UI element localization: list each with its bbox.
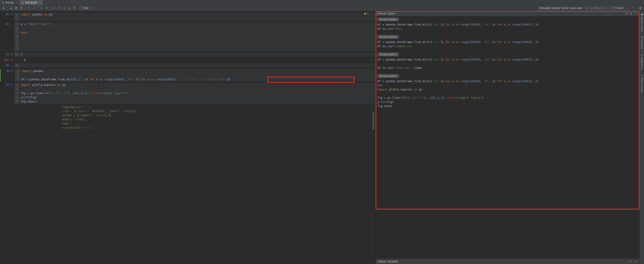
code-content[interactable]: import pandas as pd: [19, 13, 375, 21]
warning-icon: [364, 12, 366, 15]
code-cell[interactable]: In _ 1: [0, 64, 375, 68]
code-cell[interactable]: In 2 12345 import plotly.express as px f…: [0, 83, 375, 104]
tab-test-py[interactable]: test.py ×: [0, 0, 20, 5]
copilot-solution: Accept solution df = pandas.DataFrame.fr…: [376, 16, 640, 34]
settings-button[interactable]: [629, 11, 634, 16]
jupyter-variables-panel-header[interactable]: Jupyter Variables: [376, 258, 640, 264]
output-content: 'legendgroup': '', 'line': {'color': '#6…: [19, 105, 375, 130]
accept-solution-button[interactable]: Accept solution: [378, 35, 399, 39]
cell-prompt: In 1: [1, 69, 15, 82]
line-gutter: 1: [14, 53, 19, 57]
side-tab-github-copilot[interactable]: GitHub Copilot: [640, 12, 643, 33]
move-down-button[interactable]: [32, 6, 36, 10]
copilot-solution: Accept solution df = pandas.DataFrame.fr…: [376, 51, 640, 73]
svg-point-17: [641, 14, 642, 16]
globe-icon[interactable]: [638, 6, 642, 10]
jupyter-variables-title: Jupyter Variables: [378, 260, 398, 263]
svg-rect-7: [20, 7, 22, 9]
fold-marker-icon[interactable]: ⊖: [16, 35, 18, 39]
refresh-button[interactable]: [624, 11, 629, 16]
side-tab-github-copilot-2[interactable]: GitHub Copilot: [640, 73, 643, 94]
svg-point-1: [3, 3, 4, 4]
restart-button[interactable]: [57, 6, 62, 10]
cell-prompt: In _: [0, 64, 14, 68]
svg-point-16: [630, 261, 631, 262]
close-icon[interactable]: ×: [16, 1, 18, 4]
kernel-dropdown[interactable]: Python 3: [588, 6, 608, 10]
paste-button[interactable]: [19, 6, 24, 10]
copilot-solution: Accept solution df = pandas.DataFrame.fr…: [376, 73, 640, 111]
solution-code: df = pandas.DataFrame.from_dict({'a': [x…: [378, 40, 638, 48]
close-icon[interactable]: ×: [396, 12, 398, 15]
cut-button[interactable]: [9, 6, 14, 10]
accept-solution-button[interactable]: Accept solution: [378, 74, 399, 78]
code-cell[interactable]: In 2 1 0: [0, 53, 375, 57]
solution-code: df = pandas.DataFrame.from_dict({'a': [x…: [378, 58, 638, 70]
code-cell[interactable]: In 1 12 import pandas as pd: [0, 13, 375, 21]
minimize-button[interactable]: [634, 11, 638, 16]
solution-code: df = pandas.DataFrame.from_dict({'a': [x…: [378, 79, 638, 108]
jupyter-server-dropdown[interactable]: Managed Jupyter server: auto-start: [537, 6, 588, 10]
code-content[interactable]: [19, 64, 375, 68]
python-icon: [590, 7, 592, 9]
clear-output-button[interactable]: [72, 6, 77, 10]
cell-prompt: In _: [0, 22, 14, 51]
add-cell-button[interactable]: [2, 6, 6, 10]
file-tab-bar: test.py × test.ipynb ×: [0, 0, 644, 5]
output-menu-icon[interactable]: ⋮: [370, 105, 373, 109]
settings-button[interactable]: [628, 259, 632, 263]
move-up-button[interactable]: [27, 6, 31, 10]
line-gutter: 1: [14, 64, 19, 68]
accept-solution-button[interactable]: Accept solution: [378, 18, 399, 21]
minimize-button[interactable]: [634, 259, 638, 263]
code-content[interactable]: import plotly.express as px fig = px.lin…: [19, 83, 375, 104]
close-icon[interactable]: ×: [39, 1, 41, 4]
line-gutter: 12345: [14, 83, 19, 104]
svg-point-2: [22, 2, 24, 4]
fold-marker-icon[interactable]: ⊖: [16, 26, 18, 30]
stop-button[interactable]: [52, 6, 56, 10]
line-gutter: 12: [14, 13, 19, 21]
output-content: 0: [19, 58, 375, 62]
collapse-output-icon[interactable]: ⌄: [0, 105, 14, 130]
run-above-button[interactable]: [67, 6, 72, 10]
copy-button[interactable]: [14, 6, 19, 10]
code-content[interactable]: a = "SELECT now()" ⊖''' pass ⊖''': [19, 22, 375, 51]
svg-rect-8: [21, 7, 22, 7]
code-content[interactable]: 0: [19, 53, 375, 57]
tab-test-ipynb[interactable]: test.ipynb ×: [20, 0, 43, 5]
copilot-panel: GitHub Copilot × Accept solution df = pa…: [375, 11, 640, 264]
bell-icon: [641, 54, 643, 56]
code-content[interactable]: import pandas df = pandas.DataFrame.from…: [20, 69, 375, 82]
svg-point-0: [2, 2, 4, 3]
copilot-panel-header: GitHub Copilot ×: [376, 11, 640, 16]
copilot-solution: Accept solution df = pandas.DataFrame.fr…: [376, 34, 640, 51]
side-tab-database[interactable]: Database: [640, 35, 643, 51]
solution-code: df = pandas.DataFrame.from_dict({'a': [x…: [378, 23, 638, 31]
output-cell: ⌄ 'legendgroup': '', 'line': {'color': '…: [0, 105, 375, 130]
cell-prompt: In 1: [0, 13, 14, 21]
debug-cell-button[interactable]: [44, 6, 49, 10]
warning-badge[interactable]: 1: [364, 12, 368, 15]
scrollbar[interactable]: [372, 112, 374, 130]
svg-point-15: [631, 13, 632, 14]
notebook-toolbar: Code Managed Jupyter server: auto-start …: [0, 5, 644, 11]
copilot-solutions-list: Accept solution df = pandas.DataFrame.fr…: [376, 16, 640, 258]
side-tab-notifications[interactable]: Notifications: [640, 53, 643, 71]
output-prompt: Out 2: [0, 58, 14, 62]
run-cell-button[interactable]: [39, 6, 44, 10]
code-cell[interactable]: In 1 123 import pandas df = pandas.DataF…: [0, 69, 375, 82]
cell-type-dropdown[interactable]: Code: [80, 6, 93, 10]
expand-button[interactable]: [630, 6, 635, 10]
tab-label: test.py: [6, 1, 14, 4]
run-all-button[interactable]: [62, 6, 67, 10]
trusted-toggle[interactable]: Trusted: [609, 6, 625, 10]
output-menu-icon[interactable]: ⋮: [370, 59, 373, 62]
collapse-button[interactable]: [625, 6, 630, 10]
copilot-title: GitHub Copilot: [377, 12, 395, 15]
code-cell[interactable]: In _ 1234567 a = "SELECT now()" ⊖''' pas…: [0, 22, 375, 51]
svg-point-12: [591, 7, 592, 8]
accept-solution-button[interactable]: Accept solution: [378, 53, 399, 56]
svg-rect-19: [641, 75, 642, 76]
svg-rect-10: [54, 7, 55, 9]
